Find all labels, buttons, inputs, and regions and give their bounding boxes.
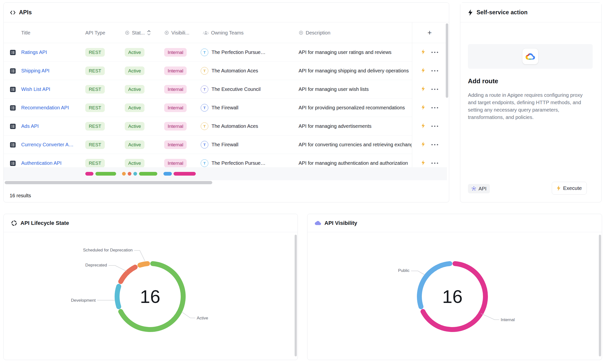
entity-icon-cell xyxy=(9,99,20,117)
target-icon xyxy=(164,30,169,35)
api-type-badge: REST xyxy=(85,103,105,112)
summary-pill xyxy=(133,172,137,176)
vertical-scrollbar-thumb[interactable] xyxy=(446,23,448,98)
description-cell: API for managing advertisements xyxy=(299,117,411,135)
run-action-button[interactable] xyxy=(421,123,425,129)
action-title: Add route xyxy=(468,77,498,85)
status-badge: Active xyxy=(125,122,144,131)
entity-table-icon xyxy=(9,104,17,112)
blueprint-chip-api[interactable]: API xyxy=(468,184,490,193)
api-type-cell: REST xyxy=(85,135,123,154)
entity-icon-cell xyxy=(9,62,20,80)
table-row: Shipping APIRESTActiveInternalTThe Autom… xyxy=(4,62,447,80)
donut-segment-label: Public xyxy=(398,268,410,273)
donut-total-count: 16 xyxy=(442,286,463,307)
status-cell: Active xyxy=(125,99,162,117)
column-header-status[interactable]: Stat... xyxy=(125,22,151,43)
status-cell: Active xyxy=(125,154,162,167)
donut-segment-development xyxy=(117,286,119,307)
row-menu-button[interactable] xyxy=(431,126,438,127)
run-action-button[interactable] xyxy=(421,160,425,166)
results-count: 16 results xyxy=(10,190,31,201)
api-type-cell: REST xyxy=(85,62,123,80)
code-brackets-icon xyxy=(10,9,16,16)
entity-title-link[interactable]: Shipping API xyxy=(21,62,83,80)
label-leader-line xyxy=(108,265,126,271)
column-header-visibility[interactable]: Visibili... xyxy=(164,22,189,43)
target-icon xyxy=(125,30,130,35)
team-name: The Automation Aces xyxy=(212,68,258,74)
owning-team-cell[interactable]: TThe Executive Council xyxy=(201,80,296,99)
entity-icon-cell xyxy=(9,117,20,135)
row-menu-button[interactable] xyxy=(431,107,438,108)
donut-segment-scheduled-for-deprecation xyxy=(140,264,148,265)
donut-segment-label: Active xyxy=(197,316,208,320)
column-header-description[interactable]: Description xyxy=(299,22,330,43)
run-action-button[interactable] xyxy=(421,142,425,148)
sort-chevrons-icon[interactable] xyxy=(147,30,151,36)
table-body: Ratings APIRESTActiveInternalTThe Perfec… xyxy=(4,43,447,167)
donut-segment-label: Internal xyxy=(501,317,515,322)
vertical-scrollbar-thumb[interactable] xyxy=(599,235,601,356)
target-icon xyxy=(299,30,303,35)
description-cell: API for providing personalized recommend… xyxy=(299,99,411,117)
row-menu-button[interactable] xyxy=(431,52,438,53)
status-badge: Active xyxy=(125,140,144,149)
horizontal-scrollbar-thumb[interactable] xyxy=(5,181,212,184)
api-type-badge: REST xyxy=(85,122,105,131)
description-cell: API for managing user ratings and review… xyxy=(299,43,411,62)
team-name: The Firewall xyxy=(212,142,238,148)
owning-team-cell[interactable]: TThe Automation Aces xyxy=(201,62,296,80)
entity-title-link[interactable]: Recommendation API xyxy=(21,99,83,117)
run-action-lightning-icon xyxy=(421,160,425,165)
column-header-title[interactable]: Title xyxy=(21,22,30,43)
lifecycle-icon xyxy=(11,220,17,226)
row-actions-cell xyxy=(412,154,447,167)
apis-card-header: APIs xyxy=(4,3,449,22)
team-name: The Perfection Pursue… xyxy=(212,160,266,166)
row-menu-button[interactable] xyxy=(431,70,438,71)
entity-title-link[interactable]: Authentication API xyxy=(21,154,83,167)
row-menu-button[interactable] xyxy=(431,163,438,164)
owning-team-cell[interactable]: TThe Perfection Pursue… xyxy=(201,154,296,167)
lifecycle-card-header: API Lifecycle State xyxy=(4,214,298,232)
horizontal-scrollbar[interactable] xyxy=(4,181,447,185)
entity-title-link[interactable]: Wish List API xyxy=(21,80,83,99)
entity-title-link[interactable]: Currency Converter A… xyxy=(21,135,83,154)
run-action-button[interactable] xyxy=(421,49,425,55)
entity-title-link[interactable]: Ads API xyxy=(21,117,83,135)
column-header-owning-teams[interactable]: Owning Teams xyxy=(203,22,244,43)
owning-team-cell[interactable]: TThe Firewall xyxy=(201,99,296,117)
run-action-lightning-icon xyxy=(421,105,425,110)
owning-team-cell[interactable]: TThe Firewall xyxy=(201,135,296,154)
owning-team-cell[interactable]: TThe Automation Aces xyxy=(201,117,296,135)
row-actions-cell xyxy=(412,43,447,62)
team-name: The Perfection Pursue… xyxy=(212,50,266,55)
entity-title-link[interactable]: Ratings API xyxy=(21,43,83,62)
action-banner xyxy=(468,44,593,69)
visibility-badge: Internal xyxy=(164,140,187,149)
lifecycle-donut-chart: Scheduled for DeprecationDeprecatedDevel… xyxy=(4,232,298,360)
execute-button[interactable]: Execute xyxy=(552,182,587,195)
run-action-lightning-icon xyxy=(421,86,425,91)
row-menu-button[interactable] xyxy=(431,144,438,145)
run-action-button[interactable] xyxy=(421,86,425,92)
column-header-api-type[interactable]: API Type xyxy=(85,22,105,43)
table-column-headers: Title API Type Stat... Visibili... Ownin… xyxy=(4,22,447,43)
vertical-scrollbar-thumb[interactable] xyxy=(295,235,297,356)
entity-table-icon xyxy=(9,123,17,130)
add-column-button[interactable]: + xyxy=(412,22,447,43)
entity-icon-cell xyxy=(9,43,20,62)
label-leader-line xyxy=(182,312,195,318)
table-row: Authentication APIRESTActiveInternalTThe… xyxy=(4,154,447,167)
visibility-cell: Internal xyxy=(164,117,201,135)
run-action-button[interactable] xyxy=(421,68,425,74)
donut-segment-label: Deprecated xyxy=(85,263,107,267)
status-cell: Active xyxy=(125,135,162,154)
row-menu-button[interactable] xyxy=(431,89,438,90)
self-service-action-card: Self-service action Add route Adding a r… xyxy=(460,2,602,202)
action-description: Adding a route in Apigee requires config… xyxy=(468,91,589,121)
owning-team-cell[interactable]: TThe Perfection Pursue… xyxy=(201,43,296,62)
run-action-button[interactable] xyxy=(421,105,425,111)
summary-pill xyxy=(128,172,131,176)
